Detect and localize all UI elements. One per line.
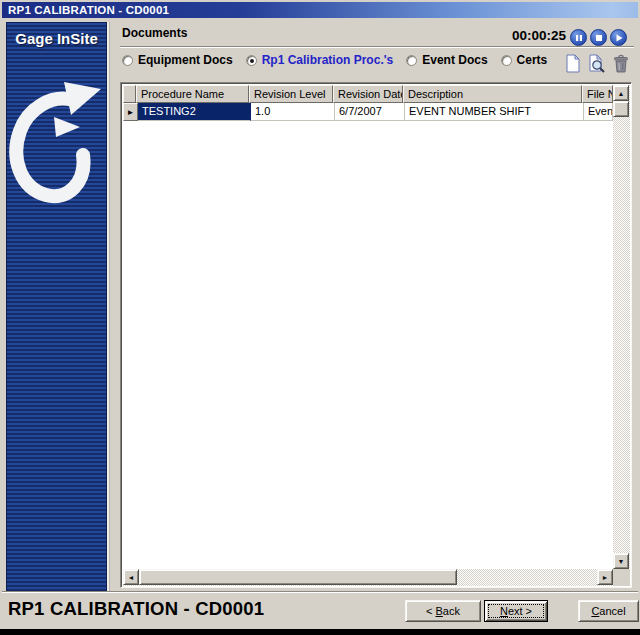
cell-file-name[interactable]: Event N <box>584 103 613 121</box>
play-icon <box>615 34 623 42</box>
row-pointer-icon: ► <box>123 103 138 121</box>
pause-button[interactable] <box>570 29 587 46</box>
bottom-black-strip <box>0 629 640 635</box>
footer-divider <box>2 591 638 592</box>
preview-document-button[interactable] <box>588 54 606 74</box>
cell-description[interactable]: EVENT NUMBER SHIFT <box>405 103 584 121</box>
row-selector-header <box>123 85 136 103</box>
timer-media-controls <box>570 29 627 46</box>
sidebar: Gage InSite <box>6 22 107 592</box>
pause-icon <box>575 34 583 42</box>
radio-rp1-calibration-procs[interactable]: Rp1 Calibration Proc.'s <box>246 53 394 67</box>
grid-body: Procedure Name Revision Level Revision D… <box>123 85 613 569</box>
panel-title: Documents <box>122 26 187 40</box>
chevron-right-icon: ► <box>602 574 609 581</box>
scrollbar-corner <box>613 569 630 586</box>
horizontal-scroll-thumb[interactable] <box>139 569 457 585</box>
document-toolbar <box>564 54 630 74</box>
chevron-up-icon: ▲ <box>618 90 625 97</box>
table-row[interactable]: ► TESTING2 1.0 6/7/2007 EVENT NUMBER SHI… <box>123 103 613 121</box>
new-document-button[interactable] <box>564 54 582 74</box>
stop-icon <box>595 34 603 42</box>
column-header-revision-level[interactable]: Revision Level <box>249 85 333 103</box>
vertical-scroll-thumb[interactable] <box>613 101 629 117</box>
scroll-up-button[interactable]: ▲ <box>613 85 629 101</box>
scroll-down-button[interactable]: ▼ <box>613 553 629 569</box>
document-type-filters: Equipment Docs Rp1 Calibration Proc.'s E… <box>122 52 547 68</box>
stop-button[interactable] <box>590 29 607 46</box>
next-button[interactable]: Next > <box>484 600 548 622</box>
cell-procedure-name[interactable]: TESTING2 <box>138 103 251 121</box>
grid-header-row: Procedure Name Revision Level Revision D… <box>123 85 613 103</box>
chevron-left-icon: ◄ <box>128 574 135 581</box>
header-divider <box>120 46 634 47</box>
wizard-title: RP1 CALIBRATION - CD0001 <box>8 598 264 620</box>
cell-revision-level[interactable]: 1.0 <box>251 103 335 121</box>
scroll-right-button[interactable]: ► <box>597 569 613 585</box>
window-title-bar[interactable]: RP1 CALIBRATION - CD0001 <box>2 2 638 18</box>
column-header-file-name[interactable]: File Name <box>582 85 613 103</box>
radio-certs[interactable]: Certs <box>501 53 548 67</box>
brand-logo-text: Gage InSite <box>7 30 106 47</box>
preview-document-icon <box>588 54 606 73</box>
scroll-left-button[interactable]: ◄ <box>123 569 139 585</box>
radio-circle-icon <box>406 55 417 66</box>
radio-circle-icon <box>246 55 257 66</box>
cancel-button[interactable]: Cancel <box>578 600 639 622</box>
swoosh-arrow-icon <box>7 57 106 225</box>
documents-grid: Procedure Name Revision Level Revision D… <box>120 82 632 588</box>
radio-circle-icon <box>501 55 512 66</box>
delete-icon <box>613 54 629 73</box>
elapsed-timer: 00:00:25 <box>462 28 566 43</box>
chevron-down-icon: ▼ <box>618 558 625 565</box>
radio-equipment-docs[interactable]: Equipment Docs <box>122 53 233 67</box>
cell-revision-date[interactable]: 6/7/2007 <box>335 103 405 121</box>
back-button[interactable]: < Back <box>405 600 481 622</box>
column-header-description[interactable]: Description <box>403 85 582 103</box>
radio-event-docs[interactable]: Event Docs <box>406 53 487 67</box>
horizontal-scrollbar[interactable]: ◄ ► <box>123 569 613 586</box>
vertical-scrollbar[interactable]: ▲ ▼ <box>613 85 630 569</box>
column-header-revision-date[interactable]: Revision Date <box>333 85 403 103</box>
column-header-procedure-name[interactable]: Procedure Name <box>136 85 249 103</box>
delete-button[interactable] <box>612 54 630 74</box>
play-button[interactable] <box>610 29 627 46</box>
new-document-icon <box>565 54 581 73</box>
window-title: RP1 CALIBRATION - CD0001 <box>2 4 169 16</box>
radio-circle-icon <box>122 55 133 66</box>
